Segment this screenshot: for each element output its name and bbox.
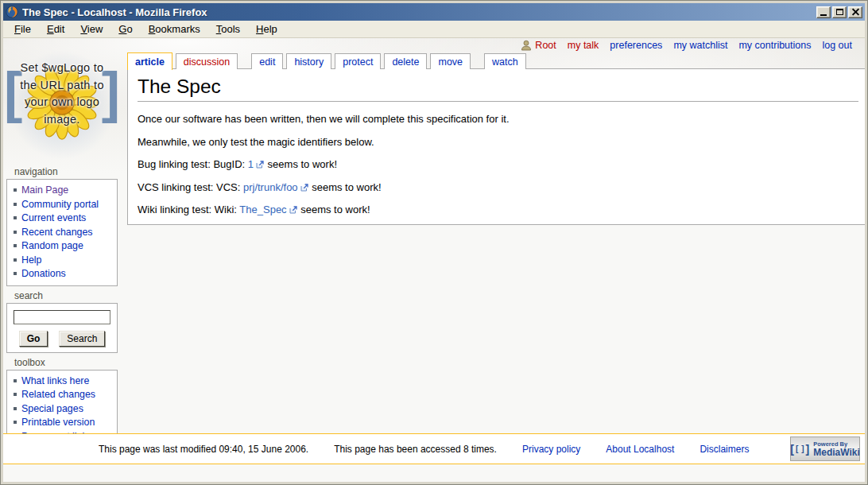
bracket-left-icon: [ <box>790 444 794 455</box>
preferences-link[interactable]: preferences <box>610 40 662 51</box>
navigation-label: navigation <box>14 166 118 177</box>
minimize-icon <box>820 14 827 16</box>
toolbox-item-special-pages: Special pages <box>10 402 115 417</box>
special-pages-link[interactable]: Special pages <box>21 403 83 414</box>
nav-item-community-portal: Community portal <box>10 198 115 212</box>
bullet-icon <box>14 188 17 192</box>
tab-move[interactable]: move <box>430 53 471 69</box>
search-portlet: Go Search <box>6 303 118 353</box>
related-changes-link[interactable]: Related changes <box>21 389 95 400</box>
wiki-link[interactable]: The_Spec <box>239 204 286 215</box>
my-contributions-link[interactable]: my contributions <box>738 40 811 51</box>
tab-delete[interactable]: delete <box>384 53 427 69</box>
current-events-link[interactable]: Current events <box>21 212 86 223</box>
tab-discussion[interactable]: discussion <box>176 53 238 69</box>
maximize-button[interactable] <box>832 6 847 18</box>
menu-edit[interactable]: Edit <box>39 21 72 37</box>
wiki-logo[interactable]: [ ] Set $wgLogo to the URL path to your … <box>6 43 118 162</box>
tab-history[interactable]: history <box>286 53 331 69</box>
vcs-link[interactable]: prj/trunk/foo <box>243 181 298 193</box>
toolbox-item-related-changes: Related changes <box>10 388 115 402</box>
bullet-icon <box>14 272 17 275</box>
recent-changes-link[interactable]: Recent changes <box>21 227 93 238</box>
bullet-icon <box>14 216 17 219</box>
user-icon <box>521 40 532 51</box>
my-watchlist-link[interactable]: my watchlist <box>673 40 727 51</box>
vcs-link-test-line: VCS linking test: VCS: prj/trunk/foo see… <box>138 181 858 194</box>
menu-help[interactable]: Help <box>248 21 285 37</box>
search-button[interactable]: Search <box>59 331 105 347</box>
bullet-icon <box>14 203 17 206</box>
user-page-link[interactable]: Root <box>535 40 556 51</box>
printable-version-link[interactable]: Printable version <box>21 417 95 428</box>
vcs-test-suffix: seems to work! <box>309 181 382 193</box>
bullet-icon <box>14 244 17 247</box>
bullet-icon <box>14 393 17 396</box>
bullet-icon <box>14 407 17 410</box>
page-footer: This page was last modified 09:40, 15 Ju… <box>3 433 865 464</box>
nav-item-help: Help <box>10 254 115 268</box>
close-button[interactable] <box>848 6 862 18</box>
menu-file[interactable]: File <box>6 21 39 37</box>
sidebar: [ ] Set $wgLogo to the URL path to your … <box>6 38 118 448</box>
access-count-text: This page has been accessed 8 times. <box>334 444 497 455</box>
firefox-icon <box>6 6 18 18</box>
go-button[interactable]: Go <box>19 331 48 347</box>
donations-link[interactable]: Donations <box>21 268 66 279</box>
what-links-here-link[interactable]: What links here <box>21 375 89 386</box>
tab-watch[interactable]: watch <box>484 53 526 69</box>
bullet-icon <box>14 421 17 424</box>
close-icon <box>852 9 859 15</box>
page-viewport: Root my talk preferences my watchlist my… <box>3 38 865 482</box>
external-link-icon <box>300 184 308 192</box>
wiki-test-suffix: seems to work! <box>298 204 370 215</box>
tab-edit[interactable]: edit <box>251 53 283 69</box>
main-page-link[interactable]: Main Page <box>21 184 68 196</box>
tab-protect[interactable]: protect <box>335 53 381 69</box>
minimize-button[interactable] <box>816 6 831 18</box>
search-label: search <box>14 290 118 301</box>
bug-test-prefix: Bug linking test: BugID: <box>138 158 248 170</box>
mediawiki-text: MediaWiki <box>813 448 860 457</box>
search-input[interactable] <box>14 310 110 324</box>
paragraph: Meanwhile, we only test the magic identi… <box>138 136 858 149</box>
random-page-link[interactable]: Random page <box>21 240 83 251</box>
external-link-icon <box>289 206 297 214</box>
page-title: The Spec <box>138 76 858 102</box>
bullet-icon <box>14 379 17 382</box>
browser-window: The Spec - Localhost - Mozilla Firefox F… <box>0 0 868 485</box>
toolbox-item-printable-version: Printable version <box>10 416 115 430</box>
nav-item-main-page: Main Page <box>10 184 115 198</box>
bug-link-test-line: Bug linking test: BugID: 1 seems to work… <box>138 158 858 171</box>
powered-by-mediawiki-badge[interactable]: [[ ]] Powered By MediaWiki <box>790 436 860 461</box>
personal-bar: Root my talk preferences my watchlist my… <box>521 40 852 51</box>
bug-test-suffix: seems to work! <box>265 158 337 170</box>
nav-item-donations: Donations <box>10 267 115 281</box>
about-link[interactable]: About Localhost <box>606 444 674 455</box>
bracket-right-icon: ] <box>806 444 810 455</box>
toolbox-item-what-links-here: What links here <box>10 374 115 389</box>
window-titlebar[interactable]: The Spec - Localhost - Mozilla Firefox <box>3 3 865 21</box>
menu-go[interactable]: Go <box>110 21 140 37</box>
navigation-portlet: Main Page Community portal Current event… <box>6 179 118 286</box>
bullet-icon <box>14 258 17 262</box>
bracket-right-inner-icon: ] <box>801 444 804 455</box>
my-talk-link[interactable]: my talk <box>568 40 599 51</box>
wiki-link-test-line: Wiki linking test: Wiki: The_Spec seems … <box>138 204 858 216</box>
community-portal-link[interactable]: Community portal <box>21 199 99 210</box>
disclaimers-link[interactable]: Disclaimers <box>699 444 749 455</box>
paragraph: Once our software has been written, then… <box>138 113 858 126</box>
tab-article[interactable]: article <box>127 52 172 70</box>
vcs-test-prefix: VCS linking test: VCS: <box>138 181 243 193</box>
privacy-policy-link[interactable]: Privacy policy <box>522 444 580 455</box>
bug-link[interactable]: 1 <box>248 158 254 170</box>
menu-view[interactable]: View <box>72 21 110 37</box>
article-content: The Spec Once our software has been writ… <box>127 68 865 225</box>
menu-tools[interactable]: Tools <box>208 21 248 37</box>
help-link[interactable]: Help <box>21 254 41 266</box>
nav-item-random-page: Random page <box>10 239 115 254</box>
logout-link[interactable]: log out <box>822 40 852 51</box>
bullet-icon <box>14 231 17 234</box>
menu-bookmarks[interactable]: Bookmarks <box>141 21 208 37</box>
logo-placeholder-text: Set $wgLogo to the URL path to your own … <box>6 43 118 128</box>
